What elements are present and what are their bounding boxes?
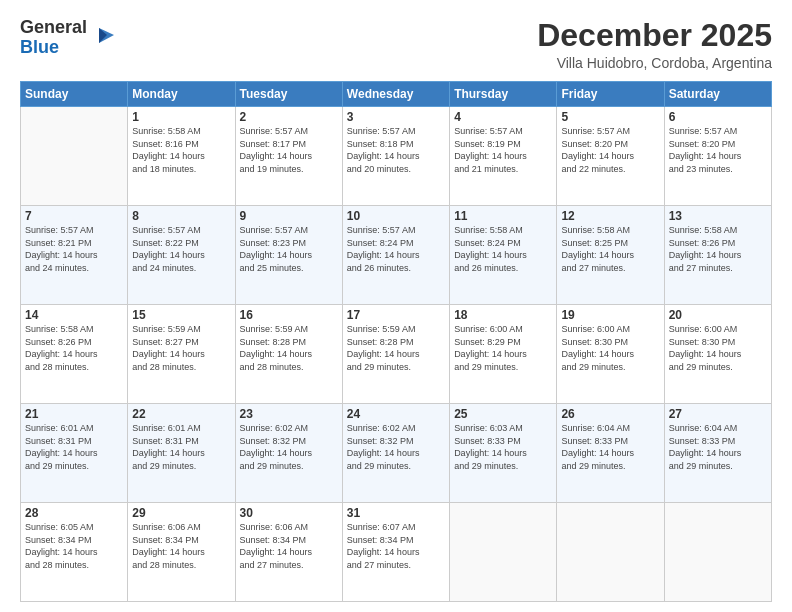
day-number: 15 (132, 308, 230, 322)
logo-icon (89, 23, 119, 53)
calendar-day-cell: 27Sunrise: 6:04 AM Sunset: 8:33 PM Dayli… (664, 404, 771, 503)
day-number: 8 (132, 209, 230, 223)
calendar-day-header: Thursday (450, 82, 557, 107)
day-number: 31 (347, 506, 445, 520)
day-detail: Sunrise: 6:03 AM Sunset: 8:33 PM Dayligh… (454, 422, 552, 472)
day-number: 22 (132, 407, 230, 421)
calendar-day-cell: 3Sunrise: 5:57 AM Sunset: 8:18 PM Daylig… (342, 107, 449, 206)
day-detail: Sunrise: 6:01 AM Sunset: 8:31 PM Dayligh… (25, 422, 123, 472)
logo-text: General Blue (20, 18, 87, 58)
day-number: 3 (347, 110, 445, 124)
logo: General Blue (20, 18, 119, 58)
calendar-header-row: SundayMondayTuesdayWednesdayThursdayFrid… (21, 82, 772, 107)
day-detail: Sunrise: 5:57 AM Sunset: 8:22 PM Dayligh… (132, 224, 230, 274)
day-detail: Sunrise: 5:58 AM Sunset: 8:25 PM Dayligh… (561, 224, 659, 274)
calendar-day-cell: 17Sunrise: 5:59 AM Sunset: 8:28 PM Dayli… (342, 305, 449, 404)
day-number: 11 (454, 209, 552, 223)
day-number: 24 (347, 407, 445, 421)
day-number: 14 (25, 308, 123, 322)
calendar-day-cell (21, 107, 128, 206)
calendar-day-cell: 7Sunrise: 5:57 AM Sunset: 8:21 PM Daylig… (21, 206, 128, 305)
day-number: 29 (132, 506, 230, 520)
day-number: 1 (132, 110, 230, 124)
title-area: December 2025 Villa Huidobro, Cordoba, A… (537, 18, 772, 71)
logo-blue: Blue (20, 37, 59, 57)
calendar-day-header: Monday (128, 82, 235, 107)
day-detail: Sunrise: 6:04 AM Sunset: 8:33 PM Dayligh… (561, 422, 659, 472)
day-detail: Sunrise: 5:57 AM Sunset: 8:24 PM Dayligh… (347, 224, 445, 274)
calendar-week-row: 28Sunrise: 6:05 AM Sunset: 8:34 PM Dayli… (21, 503, 772, 602)
calendar-table: SundayMondayTuesdayWednesdayThursdayFrid… (20, 81, 772, 602)
day-detail: Sunrise: 6:02 AM Sunset: 8:32 PM Dayligh… (240, 422, 338, 472)
day-number: 25 (454, 407, 552, 421)
calendar-day-cell: 22Sunrise: 6:01 AM Sunset: 8:31 PM Dayli… (128, 404, 235, 503)
day-number: 30 (240, 506, 338, 520)
day-number: 13 (669, 209, 767, 223)
day-number: 16 (240, 308, 338, 322)
day-number: 27 (669, 407, 767, 421)
day-detail: Sunrise: 6:00 AM Sunset: 8:29 PM Dayligh… (454, 323, 552, 373)
calendar-day-cell: 1Sunrise: 5:58 AM Sunset: 8:16 PM Daylig… (128, 107, 235, 206)
calendar-day-cell: 19Sunrise: 6:00 AM Sunset: 8:30 PM Dayli… (557, 305, 664, 404)
calendar-day-cell: 30Sunrise: 6:06 AM Sunset: 8:34 PM Dayli… (235, 503, 342, 602)
day-detail: Sunrise: 5:57 AM Sunset: 8:20 PM Dayligh… (669, 125, 767, 175)
calendar-day-cell: 16Sunrise: 5:59 AM Sunset: 8:28 PM Dayli… (235, 305, 342, 404)
day-detail: Sunrise: 6:01 AM Sunset: 8:31 PM Dayligh… (132, 422, 230, 472)
calendar-day-cell: 15Sunrise: 5:59 AM Sunset: 8:27 PM Dayli… (128, 305, 235, 404)
calendar-day-header: Wednesday (342, 82, 449, 107)
calendar-week-row: 21Sunrise: 6:01 AM Sunset: 8:31 PM Dayli… (21, 404, 772, 503)
day-number: 7 (25, 209, 123, 223)
calendar-week-row: 14Sunrise: 5:58 AM Sunset: 8:26 PM Dayli… (21, 305, 772, 404)
day-number: 20 (669, 308, 767, 322)
day-detail: Sunrise: 6:04 AM Sunset: 8:33 PM Dayligh… (669, 422, 767, 472)
calendar-day-cell: 29Sunrise: 6:06 AM Sunset: 8:34 PM Dayli… (128, 503, 235, 602)
calendar-day-cell: 25Sunrise: 6:03 AM Sunset: 8:33 PM Dayli… (450, 404, 557, 503)
calendar-day-header: Sunday (21, 82, 128, 107)
day-detail: Sunrise: 5:57 AM Sunset: 8:23 PM Dayligh… (240, 224, 338, 274)
calendar-day-cell: 9Sunrise: 5:57 AM Sunset: 8:23 PM Daylig… (235, 206, 342, 305)
day-detail: Sunrise: 5:58 AM Sunset: 8:26 PM Dayligh… (25, 323, 123, 373)
calendar-day-cell (450, 503, 557, 602)
header: General Blue December 2025 Villa Huidobr… (20, 18, 772, 71)
calendar-day-cell (664, 503, 771, 602)
calendar-day-cell: 5Sunrise: 5:57 AM Sunset: 8:20 PM Daylig… (557, 107, 664, 206)
day-number: 5 (561, 110, 659, 124)
location-subtitle: Villa Huidobro, Cordoba, Argentina (537, 55, 772, 71)
day-detail: Sunrise: 5:58 AM Sunset: 8:26 PM Dayligh… (669, 224, 767, 274)
calendar-day-header: Saturday (664, 82, 771, 107)
day-number: 28 (25, 506, 123, 520)
calendar-day-cell: 24Sunrise: 6:02 AM Sunset: 8:32 PM Dayli… (342, 404, 449, 503)
day-number: 17 (347, 308, 445, 322)
day-detail: Sunrise: 5:57 AM Sunset: 8:19 PM Dayligh… (454, 125, 552, 175)
day-detail: Sunrise: 6:02 AM Sunset: 8:32 PM Dayligh… (347, 422, 445, 472)
day-detail: Sunrise: 5:57 AM Sunset: 8:20 PM Dayligh… (561, 125, 659, 175)
day-number: 4 (454, 110, 552, 124)
day-detail: Sunrise: 5:57 AM Sunset: 8:21 PM Dayligh… (25, 224, 123, 274)
calendar-day-cell: 21Sunrise: 6:01 AM Sunset: 8:31 PM Dayli… (21, 404, 128, 503)
calendar-week-row: 7Sunrise: 5:57 AM Sunset: 8:21 PM Daylig… (21, 206, 772, 305)
calendar-week-row: 1Sunrise: 5:58 AM Sunset: 8:16 PM Daylig… (21, 107, 772, 206)
calendar-day-cell: 28Sunrise: 6:05 AM Sunset: 8:34 PM Dayli… (21, 503, 128, 602)
calendar-day-cell: 12Sunrise: 5:58 AM Sunset: 8:25 PM Dayli… (557, 206, 664, 305)
day-number: 21 (25, 407, 123, 421)
day-number: 26 (561, 407, 659, 421)
calendar-day-cell: 11Sunrise: 5:58 AM Sunset: 8:24 PM Dayli… (450, 206, 557, 305)
day-number: 18 (454, 308, 552, 322)
calendar-day-cell: 2Sunrise: 5:57 AM Sunset: 8:17 PM Daylig… (235, 107, 342, 206)
calendar-day-cell (557, 503, 664, 602)
calendar-day-cell: 8Sunrise: 5:57 AM Sunset: 8:22 PM Daylig… (128, 206, 235, 305)
calendar-day-cell: 18Sunrise: 6:00 AM Sunset: 8:29 PM Dayli… (450, 305, 557, 404)
day-detail: Sunrise: 6:06 AM Sunset: 8:34 PM Dayligh… (240, 521, 338, 571)
day-detail: Sunrise: 6:00 AM Sunset: 8:30 PM Dayligh… (669, 323, 767, 373)
day-detail: Sunrise: 6:00 AM Sunset: 8:30 PM Dayligh… (561, 323, 659, 373)
calendar-day-cell: 20Sunrise: 6:00 AM Sunset: 8:30 PM Dayli… (664, 305, 771, 404)
day-detail: Sunrise: 5:57 AM Sunset: 8:18 PM Dayligh… (347, 125, 445, 175)
calendar-day-cell: 26Sunrise: 6:04 AM Sunset: 8:33 PM Dayli… (557, 404, 664, 503)
calendar-day-cell: 14Sunrise: 5:58 AM Sunset: 8:26 PM Dayli… (21, 305, 128, 404)
calendar-day-header: Friday (557, 82, 664, 107)
calendar-day-cell: 23Sunrise: 6:02 AM Sunset: 8:32 PM Dayli… (235, 404, 342, 503)
day-detail: Sunrise: 6:07 AM Sunset: 8:34 PM Dayligh… (347, 521, 445, 571)
day-detail: Sunrise: 5:59 AM Sunset: 8:28 PM Dayligh… (240, 323, 338, 373)
calendar-day-header: Tuesday (235, 82, 342, 107)
day-number: 19 (561, 308, 659, 322)
